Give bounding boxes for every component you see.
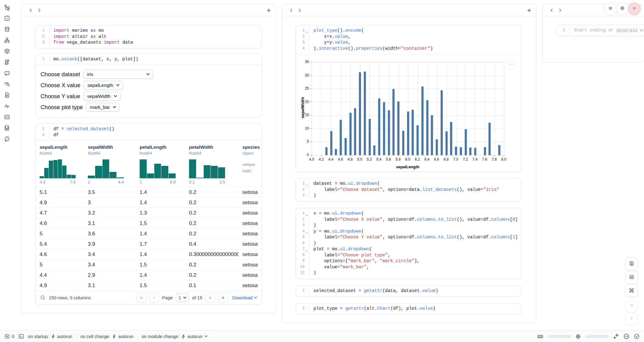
dropdown-plot-type[interactable]: mark_bar [86,103,120,112]
sidebar-scratchpad-icon[interactable] [4,125,10,131]
first-page-button[interactable]: « [137,293,146,302]
run-button[interactable] [625,312,638,326]
chart-bar[interactable] [498,145,500,155]
column-header-sepalLength[interactable]: sepalLengthfloat644.37.9 [36,144,84,184]
save-button[interactable] [625,258,638,270]
layout-button[interactable] [625,271,638,284]
cpu-icon[interactable] [575,333,581,340]
code-editor[interactable]: 1Start coding or generate with AI [556,25,644,36]
close-button[interactable] [628,2,641,15]
ai-sparkles-button[interactable] [613,333,619,340]
table-row[interactable]: 4.93.11.50.1setosa [36,280,261,290]
chart-bar[interactable] [426,100,428,155]
sidebar-datasources-icon[interactable] [4,26,10,32]
autorun-segment[interactable]: on cell change:autorun [80,334,134,339]
column-scroll-right-icon[interactable] [35,6,44,14]
stop-button[interactable] [625,299,638,313]
chart-bar[interactable] [412,110,414,155]
dropdown-dataset[interactable]: iris [83,70,153,79]
cell-empty-scratch[interactable]: 1Start coding or generate with AI [556,25,644,36]
altair-bar-chart[interactable]: 051015202530354.04.24.44.64.85.05.25.45.… [296,54,521,172]
chart-bar[interactable] [335,149,337,155]
add-cell-button[interactable]: + [527,7,531,14]
settings-button[interactable] [616,2,629,15]
sidebar-tracing-icon[interactable] [4,103,10,109]
search-icon[interactable] [40,295,46,301]
chart-bar[interactable] [354,108,356,155]
menu-button[interactable] [604,2,617,15]
sidebar-ai-chat-icon[interactable] [4,70,10,76]
chart-bar[interactable] [417,125,419,155]
chart-bar[interactable] [465,129,467,155]
chart-bar[interactable] [455,147,457,155]
sidebar-dependency-graph-icon[interactable] [4,37,10,43]
chart-menu-button[interactable] [506,59,517,69]
next-page-button[interactable]: › [205,293,215,302]
cell-imports[interactable]: 1import marimo as mo2import altair as al… [35,25,262,48]
sidebar-snippets-icon[interactable] [4,114,10,120]
code-editor[interactable]: 1mo.vstack([dataset, x, y, plot]) [36,54,261,65]
table-row[interactable]: 53.41.50.2setosa [36,259,261,270]
chart-plot-area[interactable] [312,62,504,155]
table-row[interactable]: 53.61.40.2setosa [36,228,261,239]
chart-bar[interactable] [378,98,380,155]
chart-bar[interactable] [402,131,404,155]
code-editor[interactable]: 1dataset = mo.ui.dropdown(2 label="Choos… [296,178,521,201]
code-editor[interactable]: 1plot_type().encode(2 x=x.value,3 y=y.va… [296,25,521,54]
memory-icon[interactable] [537,333,543,340]
cell-dataset-dropdown[interactable]: 1dataset = mo.ui.dropdown(2 label="Choos… [295,178,522,201]
cell-chart[interactable]: 1plot_type().encode(2 x=x.value,3 y=y.va… [295,25,522,172]
cell-selected-dataset[interactable]: 1selected_dataset = getattr(data, datase… [295,285,522,297]
command-palette-button[interactable]: ⌘ [625,284,638,297]
chart-bar[interactable] [431,115,433,155]
column-scroll-left-icon[interactable] [547,6,556,14]
cell-dataframe[interactable]: 1df = selected_dataset()2df sepalLengthf… [35,123,262,305]
terminal-button[interactable] [18,333,24,339]
sidebar-packages-icon[interactable] [4,48,10,54]
download-button[interactable]: Download [232,295,257,300]
chart-bar[interactable] [330,131,332,155]
column-scroll-right-icon[interactable] [556,6,564,14]
chart-bar[interactable] [388,110,390,155]
chart-bar[interactable] [450,122,452,155]
chart-bar[interactable] [488,123,491,155]
column-scroll-right-icon[interactable] [295,6,304,14]
chart-bar[interactable] [340,120,342,155]
sidebar-logs-icon[interactable] [4,59,10,65]
column-header-petalLength[interactable]: petalLengthfloat6416.9 [136,144,185,184]
code-editor[interactable]: 1plot_type = getattr(alt.Chart(df), plot… [296,303,521,314]
page-select[interactable]: 1 [176,293,189,302]
code-editor[interactable]: 1selected_dataset = getattr(data, datase… [296,286,521,297]
code-editor[interactable]: 1import marimo as mo2import altair as al… [36,25,261,48]
sidebar-documentation-icon[interactable] [4,92,10,98]
table-row[interactable]: 4.42.91.40.2setosa [36,270,261,280]
chart-bar[interactable] [469,148,471,155]
table-row[interactable]: 5.43.91.70.4setosa [36,239,261,249]
chart-bar[interactable] [392,89,395,155]
chart-bar[interactable] [441,90,443,155]
chart-bar[interactable] [445,131,448,155]
chart-bar[interactable] [369,119,371,155]
sidebar-file-explorer-icon[interactable] [4,4,10,10]
chart-bar[interactable] [364,72,366,155]
chart-bar[interactable] [359,72,361,155]
table-row[interactable]: 4.63.41.40.30000000000000004setosa [36,249,261,259]
autorun-segment[interactable]: on module change:autorun [142,334,208,339]
dropdown-x-value[interactable]: sepalLength [84,81,123,90]
prev-page-button[interactable]: ‹ [149,293,159,302]
chart-bar[interactable] [484,147,486,155]
chart-bar[interactable] [460,147,462,155]
cell-plot-type[interactable]: 1plot_type = getattr(alt.Chart(df), plot… [295,303,522,315]
column-header-species[interactable]: speciesobjectunique:nulls: [238,144,261,184]
autorun-segment[interactable]: on startup:autorun [28,334,72,339]
sidebar-variables-icon[interactable]: f [4,15,10,21]
column-scroll-left-icon[interactable] [287,6,295,14]
chart-bar[interactable] [373,145,375,155]
table-row[interactable]: 5.13.51.40.2setosa [36,187,261,197]
chart-bar[interactable] [345,138,347,155]
connection-status-button[interactable] [634,333,640,340]
copilot-button[interactable] [623,333,630,340]
column-scroll-left-icon[interactable] [27,6,35,14]
code-editor[interactable]: 1x = mo.ui.dropdown(2 label="Choose X va… [296,208,521,279]
chart-bar[interactable] [383,102,385,155]
